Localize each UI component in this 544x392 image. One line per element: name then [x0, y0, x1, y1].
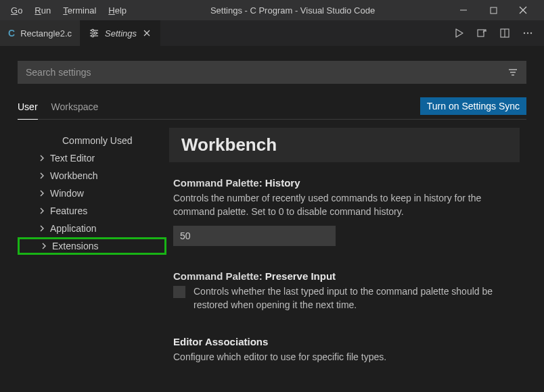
tab-label: Settings	[105, 28, 137, 39]
setting-title: Command Palette: History	[173, 177, 516, 189]
scope-tabs: User Workspace	[18, 97, 98, 119]
settings-search[interactable]	[18, 61, 526, 84]
menu-run[interactable]: Run	[29, 3, 56, 18]
settings-scope-row: User Workspace Turn on Settings Sync	[18, 97, 526, 120]
preserve-input-checkbox[interactable]	[173, 286, 185, 298]
settings-list[interactable]: Workbench Command Palette: History Contr…	[166, 128, 526, 392]
settings-content: Commonly Used Text Editor Workbench Wind…	[18, 128, 526, 392]
svg-point-18	[527, 32, 528, 34]
tab-close-button[interactable]	[142, 28, 152, 38]
svg-point-9	[91, 34, 93, 36]
minimize-button[interactable]	[453, 0, 474, 20]
scope-workspace[interactable]: Workspace	[51, 97, 99, 119]
chevron-right-icon	[38, 207, 49, 215]
menu-terminal[interactable]: Terminal	[58, 3, 101, 18]
setting-title: Editor Associations	[173, 336, 516, 347]
minimize-icon	[459, 6, 468, 14]
open-aside-icon	[476, 28, 487, 39]
svg-rect-13	[478, 30, 484, 36]
history-input[interactable]	[173, 226, 336, 246]
tree-text-editor[interactable]: Text Editor	[18, 149, 166, 167]
play-icon	[453, 28, 464, 39]
window-controls	[453, 0, 539, 20]
setting-description: Controls whether the last typed input to…	[194, 285, 516, 312]
svg-point-8	[94, 32, 96, 34]
more-actions-button[interactable]	[522, 28, 533, 39]
scope-user[interactable]: User	[18, 97, 38, 120]
chevron-right-icon	[38, 172, 49, 180]
editor-actions	[443, 20, 544, 46]
maximize-button[interactable]	[483, 0, 503, 20]
setting-editor-associations: Editor Associations Configure which edit…	[169, 336, 520, 392]
tree-application[interactable]: Application	[18, 220, 166, 237]
setting-description: Controls the number of recently used com…	[173, 191, 516, 219]
setting-command-palette-preserve-input: Command Palette: Preserve Input Controls…	[169, 270, 520, 337]
title-bar: Go Run Terminal Help Settings - C Progra…	[0, 0, 544, 20]
settings-tree: Commonly Used Text Editor Workbench Wind…	[18, 128, 166, 392]
tree-workbench[interactable]: Workbench	[18, 167, 166, 185]
menu-go[interactable]: Go	[5, 3, 28, 18]
svg-point-7	[91, 29, 93, 31]
setting-title: Command Palette: Preserve Input	[173, 270, 516, 282]
tree-features[interactable]: Features	[18, 202, 166, 220]
chevron-right-icon	[38, 224, 49, 232]
maximize-icon	[490, 7, 497, 14]
setting-description: Configure which editor to use for specif…	[173, 350, 516, 364]
tab-label: Rectangle2.c	[20, 28, 72, 39]
clear-search-button[interactable]	[507, 67, 518, 78]
ellipsis-icon	[522, 28, 533, 39]
window-title: Settings - C Program - Visual Studio Cod…	[132, 5, 453, 16]
tree-extensions[interactable]: Extensions	[18, 237, 166, 255]
menu-bar: Go Run Terminal Help	[5, 3, 132, 18]
svg-point-17	[524, 32, 525, 34]
search-input[interactable]	[26, 67, 507, 78]
svg-marker-12	[456, 29, 463, 37]
settings-icon	[89, 28, 99, 39]
tab-settings[interactable]: Settings	[81, 20, 160, 46]
close-button[interactable]	[513, 0, 533, 20]
settings-editor: User Workspace Turn on Settings Sync Com…	[0, 46, 544, 392]
close-icon	[142, 28, 152, 38]
chevron-right-icon	[38, 189, 49, 197]
close-icon	[519, 6, 527, 14]
filter-icon	[507, 67, 518, 78]
run-button[interactable]	[453, 28, 464, 39]
svg-point-19	[530, 32, 532, 34]
chevron-right-icon	[38, 154, 49, 162]
section-title: Workbench	[169, 128, 520, 162]
menu-help[interactable]: Help	[103, 3, 132, 18]
setting-command-palette-history: Command Palette: History Controls the nu…	[169, 177, 520, 270]
open-changes-button[interactable]	[476, 28, 487, 39]
tree-window[interactable]: Window	[18, 185, 166, 202]
settings-sync-button[interactable]: Turn on Settings Sync	[420, 97, 526, 115]
tab-bar: C Rectangle2.c Settings	[0, 20, 544, 46]
svg-rect-1	[491, 7, 497, 14]
split-editor-button[interactable]	[499, 28, 510, 39]
c-file-icon: C	[8, 28, 15, 39]
chevron-right-icon	[40, 242, 51, 250]
tree-commonly-used[interactable]: Commonly Used	[18, 132, 166, 149]
split-icon	[499, 28, 510, 39]
tab-rectangle2[interactable]: C Rectangle2.c	[0, 20, 81, 46]
